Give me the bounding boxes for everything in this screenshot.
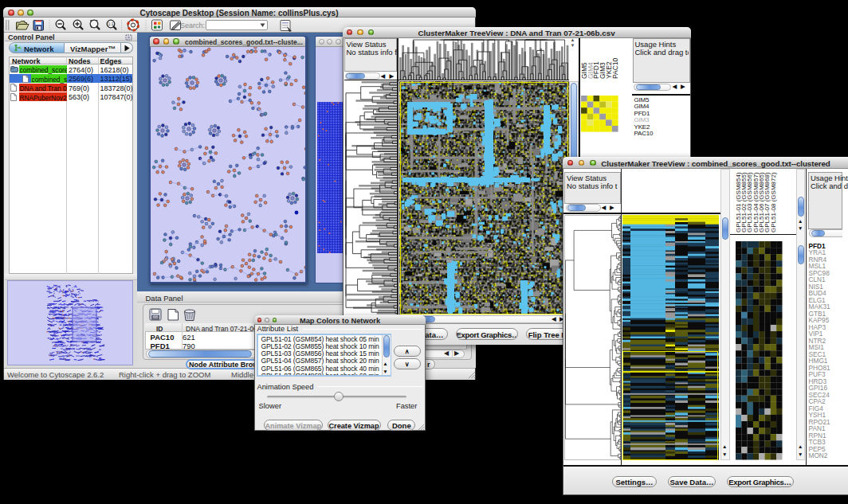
svg-text:1:1: 1:1 xyxy=(108,21,114,26)
